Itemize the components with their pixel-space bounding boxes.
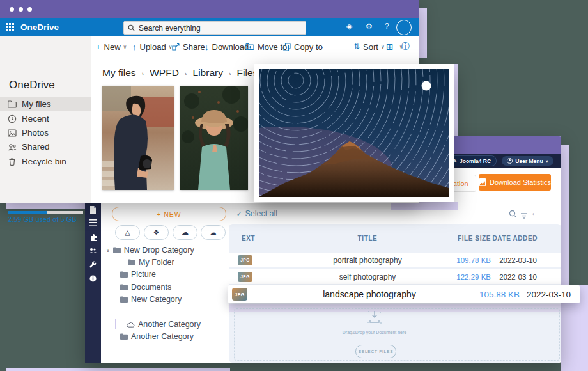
window-control-dot[interactable]: [27, 7, 32, 12]
app-title: OneDrive: [20, 22, 59, 32]
onedrive-business-button[interactable]: ☁: [201, 225, 226, 240]
select-files-button[interactable]: SELECT FILES: [355, 345, 396, 358]
selection-circle-icon[interactable]: [422, 81, 431, 91]
window-control-dot[interactable]: [19, 7, 23, 12]
tree-item-my-folder[interactable]: My Folder: [128, 258, 174, 267]
sidebar-item-my-files[interactable]: My files: [0, 97, 91, 111]
folder-icon: [128, 259, 135, 265]
tree-item-another-category[interactable]: Another Category: [120, 332, 194, 341]
users-icon[interactable]: [88, 246, 98, 256]
search-icon[interactable]: [509, 209, 517, 221]
info-icon[interactable]: [88, 273, 98, 283]
highlighted-file-row[interactable]: JPG landscape photography 105.88 KB 2022…: [228, 285, 580, 303]
header-date-added: DATE ADDED: [493, 235, 538, 242]
file-size[interactable]: 109.78 KB: [456, 257, 491, 264]
header-ext: EXT: [242, 235, 255, 242]
new-category-button[interactable]: + NEW: [112, 207, 226, 221]
joomla-rc-badge[interactable]: ✎ Joomla4 RC: [447, 155, 497, 166]
copy-icon: [283, 43, 291, 51]
folder-icon: [120, 284, 128, 290]
file-size[interactable]: 122.29 KB: [456, 273, 491, 281]
back-arrow-icon[interactable]: ←: [530, 208, 539, 217]
table-row[interactable]: JPG self photography 122.29 KB 2022-03-1…: [229, 269, 561, 284]
tree-item-documents[interactable]: Documents: [120, 283, 171, 292]
file-size[interactable]: 105.88 KB: [479, 290, 520, 299]
folder-icon: [8, 100, 17, 108]
dropbox-button[interactable]: ❖: [144, 225, 169, 240]
app-launcher-icon[interactable]: [6, 23, 14, 31]
caret-down-icon: ∨: [106, 248, 110, 253]
folder-move-icon: [245, 43, 254, 51]
tree-item-another-category-cloud[interactable]: Another Category: [127, 320, 201, 329]
toolbar-info-button[interactable]: ⓘ: [401, 40, 413, 53]
sidebar-heading: OneDrive: [9, 79, 55, 91]
google-drive-button[interactable]: △: [115, 225, 140, 240]
chevron-down-icon: ∨: [546, 159, 548, 163]
chevron-down-icon: ∨: [381, 44, 385, 50]
folder-icon: [113, 247, 121, 253]
help-icon[interactable]: ?: [385, 22, 389, 31]
toolbar-sort-button[interactable]: ⇅ Sort∨: [353, 40, 385, 53]
toolbar-new-button[interactable]: + New∨: [96, 40, 127, 53]
tree-item-picture[interactable]: Picture: [120, 270, 156, 279]
breadcrumb-separator: ›: [229, 68, 231, 77]
tree-item-new-category[interactable]: New Category: [120, 295, 182, 304]
plugin-icon[interactable]: [88, 232, 98, 242]
tree-item-new-drop-category[interactable]: ∨ New Drop Category: [106, 246, 194, 255]
cloud-icon: [127, 322, 135, 328]
person-icon: [507, 158, 513, 164]
search-input[interactable]: Search everything: [123, 21, 306, 35]
breadcrumb-separator: ›: [185, 68, 187, 77]
settings-gear-icon[interactable]: ⚙: [366, 22, 373, 31]
toolbar-more-button[interactable]: ⋯: [315, 40, 327, 53]
chart-icon: [479, 178, 486, 186]
people-icon: [8, 143, 17, 151]
breadcrumb-library[interactable]: Library: [193, 67, 223, 79]
folder-icon: [120, 271, 128, 278]
file-icon[interactable]: [88, 205, 98, 215]
storage-bar-fill: [8, 211, 47, 214]
list-icon[interactable]: [88, 217, 98, 228]
sidebar-item-recycle-bin[interactable]: Recycle bin: [0, 154, 91, 169]
upload-drop-icon: [366, 309, 383, 328]
window-control-dot[interactable]: [10, 7, 14, 12]
file-type-badge: JPG: [238, 255, 252, 265]
file-date: 2022-03-10: [527, 290, 571, 299]
premium-diamond-icon[interactable]: ◈: [346, 22, 352, 31]
search-icon: [128, 24, 135, 31]
sidebar-item-recent[interactable]: Recent: [0, 111, 91, 126]
account-avatar[interactable]: [396, 20, 412, 35]
toolbar-upload-button[interactable]: ↑ Upload∨: [132, 40, 173, 53]
lavender-accent-left: [6, 203, 85, 209]
breadcrumb-wpfd[interactable]: WPFD: [150, 67, 179, 79]
lavender-accent-mid: [391, 202, 458, 210]
toolbar-view-button[interactable]: ⊞ ∨: [386, 40, 403, 53]
storage-text: 2.59 GB used of 5 GB: [8, 216, 77, 223]
lavender-accent-right-strip: [561, 145, 569, 371]
sidebar-item-shared[interactable]: Shared: [0, 139, 91, 154]
table-row[interactable]: JPG portrait photography 109.78 KB 2022-…: [229, 253, 561, 267]
select-all-link[interactable]: ✓ Select all: [236, 209, 277, 218]
folder-icon: [120, 333, 128, 340]
header-file-size: FILE SIZE: [458, 235, 491, 242]
plus-icon: +: [96, 42, 101, 52]
onedrive-cloud-button[interactable]: ☁: [173, 225, 197, 240]
wrench-icon[interactable]: [88, 259, 98, 269]
header-title: TITLE: [358, 235, 378, 242]
photo-thumbnail-self[interactable]: [180, 86, 248, 190]
toolbar-move-to-button[interactable]: Move to: [245, 40, 287, 53]
toolbar-download-button[interactable]: ↓ Download: [205, 40, 249, 53]
file-title: portrait photography: [333, 256, 401, 265]
grid-view-icon: ⊞: [386, 42, 394, 52]
toolbar-share-button[interactable]: Share: [171, 40, 205, 53]
file-type-badge: JPG: [238, 272, 252, 282]
filter-icon[interactable]: [520, 210, 528, 222]
dropzone[interactable]: [234, 308, 560, 361]
user-menu-button[interactable]: User Menu ∨: [502, 156, 553, 166]
chevron-down-icon: ∨: [123, 44, 127, 50]
photo-thumbnail-portrait[interactable]: [102, 86, 174, 190]
sidebar-item-photos[interactable]: Photos: [0, 125, 91, 140]
breadcrumb-my-files[interactable]: My files: [102, 67, 136, 79]
download-statistics-button[interactable]: Download Statistics: [479, 174, 551, 191]
photo-preview-landscape[interactable]: [254, 64, 454, 202]
